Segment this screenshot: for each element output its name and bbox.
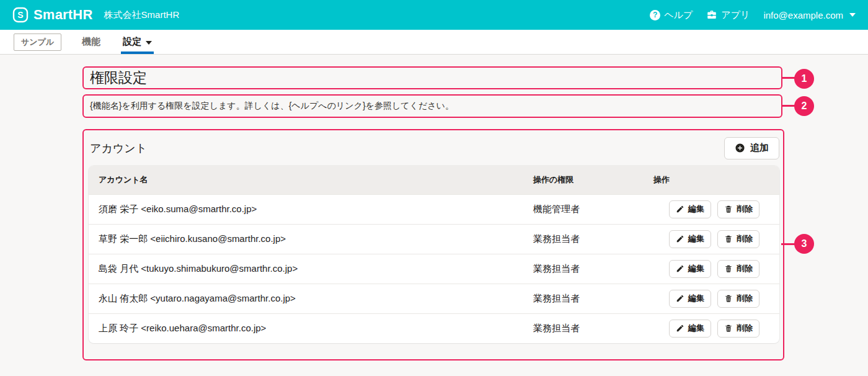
table-header-row: アカウント名 操作の権限 操作 bbox=[89, 166, 779, 194]
tab-settings-label: 設定 bbox=[123, 36, 141, 48]
delete-button[interactable]: 削除 bbox=[717, 290, 760, 308]
edit-button[interactable]: 編集 bbox=[669, 290, 711, 308]
actions-cell: 編集 削除 bbox=[644, 224, 779, 254]
edit-button-label: 編集 bbox=[688, 293, 704, 304]
annotation-box-title: 権限設定 bbox=[82, 66, 782, 89]
table-row: 上原 玲子 <reiko.uehara@smarthr.co.jp> 業務担当者… bbox=[89, 313, 779, 343]
pencil-icon bbox=[676, 324, 684, 333]
smarthr-logo[interactable]: S SmartHR bbox=[12, 7, 93, 23]
chevron-down-icon bbox=[849, 13, 856, 17]
column-header-permission: 操作の権限 bbox=[523, 166, 644, 194]
account-name-cell: 島袋 月代 <tukuyo.shimabukuro@smarthr.co.jp> bbox=[89, 254, 523, 284]
help-icon: ? bbox=[650, 10, 660, 20]
edit-button-label: 編集 bbox=[688, 204, 704, 215]
account-name-cell: 草野 栄一郎 <eiichiro.kusano@smarthr.co.jp> bbox=[89, 224, 523, 254]
chevron-down-icon bbox=[146, 41, 152, 45]
company-name: 株式会社SmartHR bbox=[104, 9, 180, 21]
pencil-icon bbox=[676, 205, 684, 213]
trash-icon bbox=[724, 205, 733, 213]
account-name-cell: 永山 侑太郎 <yutaro.nagayama@smarthr.co.jp> bbox=[89, 284, 523, 313]
column-header-actions: 操作 bbox=[644, 166, 779, 194]
tab-bar: サンプル 機能 設定 bbox=[0, 30, 868, 55]
permission-cell: 業務担当者 bbox=[523, 254, 644, 284]
edit-button[interactable]: 編集 bbox=[669, 260, 711, 278]
permission-cell: 機能管理者 bbox=[523, 194, 644, 224]
column-header-account-name: アカウント名 bbox=[89, 166, 523, 194]
annotation-marker-2: 2 bbox=[794, 96, 814, 116]
delete-button-label: 削除 bbox=[737, 323, 753, 334]
delete-button[interactable]: 削除 bbox=[717, 320, 760, 338]
tab-settings[interactable]: 設定 bbox=[121, 30, 154, 54]
annotation-marker-3: 3 bbox=[794, 234, 814, 254]
edit-button-label: 編集 bbox=[688, 233, 704, 244]
edit-button-label: 編集 bbox=[688, 263, 704, 274]
account-email: info@example.com bbox=[763, 10, 843, 20]
table-row: 島袋 月代 <tukuyo.shimabukuro@smarthr.co.jp>… bbox=[89, 254, 779, 284]
pencil-icon bbox=[676, 294, 684, 303]
plus-circle-icon bbox=[735, 143, 745, 153]
add-account-button[interactable]: 追加 bbox=[724, 137, 779, 159]
delete-button[interactable]: 削除 bbox=[717, 230, 760, 248]
apps-briefcase-icon bbox=[706, 9, 717, 20]
table-row: 須磨 栄子 <eiko.suma@smarthr.co.jp> 機能管理者 編集 bbox=[89, 194, 779, 224]
permission-cell: 業務担当者 bbox=[523, 313, 644, 343]
annotation-box-description: {機能名}を利用する権限を設定します。詳しくは、{ヘルプへのリンク}を参照してく… bbox=[82, 94, 782, 118]
page-description: {機能名}を利用する権限を設定します。詳しくは、{ヘルプへのリンク}を参照してく… bbox=[84, 101, 454, 112]
svg-text:S: S bbox=[17, 10, 23, 20]
trash-icon bbox=[724, 264, 733, 273]
actions-cell: 編集 削除 bbox=[644, 194, 779, 224]
delete-button-label: 削除 bbox=[737, 233, 753, 244]
app-header: S SmartHR 株式会社SmartHR ? ヘルプ アプリ info@exa… bbox=[0, 0, 868, 30]
apps-link[interactable]: アプリ bbox=[706, 9, 750, 21]
edit-button[interactable]: 編集 bbox=[669, 200, 711, 218]
pencil-icon bbox=[676, 235, 684, 243]
accounts-table: アカウント名 操作の権限 操作 須磨 栄子 <eiko.suma@smarthr… bbox=[89, 166, 779, 343]
delete-button[interactable]: 削除 bbox=[717, 200, 760, 218]
account-name-cell: 須磨 栄子 <eiko.suma@smarthr.co.jp> bbox=[89, 194, 523, 224]
permission-cell: 業務担当者 bbox=[523, 284, 644, 313]
account-section-title: アカウント bbox=[90, 141, 147, 156]
sample-badge: サンプル bbox=[14, 34, 61, 51]
account-menu[interactable]: info@example.com bbox=[763, 10, 856, 20]
help-label: ヘルプ bbox=[664, 9, 693, 21]
actions-cell: 編集 削除 bbox=[644, 313, 779, 343]
delete-button-label: 削除 bbox=[737, 204, 753, 215]
delete-button-label: 削除 bbox=[737, 263, 753, 274]
logo-text: SmartHR bbox=[33, 7, 93, 23]
tab-features[interactable]: 機能 bbox=[80, 30, 102, 54]
edit-button-label: 編集 bbox=[688, 323, 704, 334]
page-title: 権限設定 bbox=[84, 68, 147, 87]
edit-button[interactable]: 編集 bbox=[669, 230, 711, 248]
apps-label: アプリ bbox=[721, 9, 750, 21]
tab-features-label: 機能 bbox=[82, 36, 100, 48]
annotation-box-account-section: アカウント 追加 アカウント名 操作の権限 bbox=[82, 129, 784, 360]
page: S SmartHR 株式会社SmartHR ? ヘルプ アプリ info@exa… bbox=[0, 0, 868, 376]
permission-cell: 業務担当者 bbox=[523, 224, 644, 254]
table-row: 永山 侑太郎 <yutaro.nagayama@smarthr.co.jp> 業… bbox=[89, 284, 779, 313]
trash-icon bbox=[724, 324, 733, 333]
smarthr-logo-icon: S bbox=[12, 7, 29, 23]
main-content: 権限設定 1 {機能名}を利用する権限を設定します。詳しくは、{ヘルプへのリンク… bbox=[0, 55, 868, 376]
actions-cell: 編集 削除 bbox=[644, 254, 779, 284]
help-link[interactable]: ? ヘルプ bbox=[650, 9, 693, 21]
actions-cell: 編集 削除 bbox=[644, 284, 779, 313]
delete-button-label: 削除 bbox=[737, 293, 753, 304]
account-name-cell: 上原 玲子 <reiko.uehara@smarthr.co.jp> bbox=[89, 313, 523, 343]
add-button-label: 追加 bbox=[750, 142, 769, 154]
pencil-icon bbox=[676, 264, 684, 273]
annotation-marker-1: 1 bbox=[794, 69, 814, 89]
trash-icon bbox=[724, 235, 733, 243]
trash-icon bbox=[724, 294, 733, 303]
delete-button[interactable]: 削除 bbox=[717, 260, 760, 278]
edit-button[interactable]: 編集 bbox=[669, 320, 711, 338]
table-row: 草野 栄一郎 <eiichiro.kusano@smarthr.co.jp> 業… bbox=[89, 224, 779, 254]
